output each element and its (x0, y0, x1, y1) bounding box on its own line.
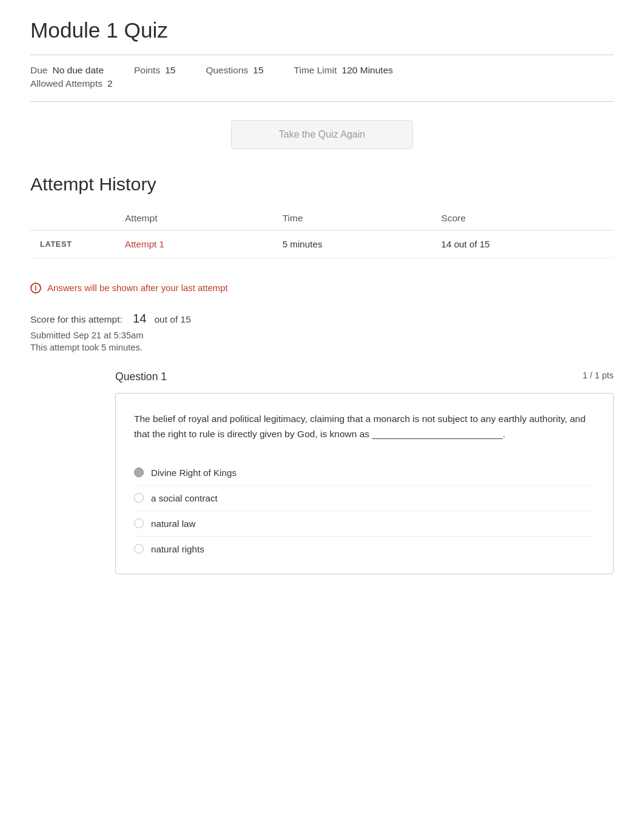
choice-label-4: natural rights (151, 544, 204, 554)
time-limit-label: Time Limit (294, 65, 337, 76)
score-line: Score for this attempt: 14 out of 15 (30, 312, 614, 326)
meta-questions: Questions 15 (206, 65, 263, 76)
score-label: Score for this attempt: (30, 314, 122, 324)
notice-text: Answers will be shown after your last at… (47, 283, 228, 293)
meta-time-limit: Time Limit 120 Minutes (294, 65, 394, 76)
choice-item: Divine Right of Kings (134, 460, 595, 485)
answers-notice: i Answers will be shown after your last … (30, 277, 614, 300)
question-1-container: Question 1 1 / 1 pts The belief of royal… (115, 371, 614, 574)
page-title: Module 1 Quiz (30, 18, 614, 42)
top-divider (30, 55, 614, 55)
attempt-score: 14 out of 15 (432, 230, 614, 258)
attempt-link-cell[interactable]: Attempt 1 (115, 230, 273, 258)
choice-label-1: Divine Right of Kings (151, 468, 236, 478)
col-header-status (30, 207, 115, 230)
col-header-time: Time (273, 207, 432, 230)
question-1-header: Question 1 1 / 1 pts (115, 371, 614, 383)
question-1-title: Question 1 (115, 371, 167, 383)
choice-item: a social contract (134, 485, 595, 511)
meta-row-2: Allowed Attempts 2 (30, 78, 614, 89)
score-section: Score for this attempt: 14 out of 15 (30, 312, 614, 326)
bottom-divider (30, 101, 614, 102)
radio-circle-3 (134, 518, 144, 528)
attempt-history-table: Attempt Time Score LATEST Attempt 1 5 mi… (30, 207, 614, 258)
take-quiz-button[interactable]: Take the Quiz Again (231, 120, 413, 149)
question-1-box: The belief of royal and political legiti… (115, 393, 614, 574)
choice-list: Divine Right of Kings a social contract … (134, 460, 595, 562)
table-row: LATEST Attempt 1 5 minutes 14 out of 15 (30, 230, 614, 258)
due-value: No due date (52, 65, 104, 76)
meta-allowed-attempts: Allowed Attempts 2 (30, 78, 113, 89)
score-number: 14 (133, 312, 146, 325)
submitted-line: Submitted Sep 21 at 5:35am (30, 330, 614, 340)
latest-badge: LATEST (30, 230, 115, 258)
meta-due: Due No due date (30, 65, 104, 76)
attempt-1-link[interactable]: Attempt 1 (125, 239, 164, 249)
col-header-score: Score (432, 207, 614, 230)
radio-circle-1 (134, 468, 144, 477)
choice-label-3: natural law (151, 518, 195, 529)
questions-label: Questions (206, 65, 248, 76)
info-icon: i (30, 283, 41, 293)
due-label: Due (30, 65, 47, 76)
attempt-history-title: Attempt History (30, 173, 614, 195)
duration-line: This attempt took 5 minutes. (30, 343, 614, 352)
points-label: Points (134, 65, 160, 76)
points-value: 15 (165, 65, 175, 76)
choice-item: natural law (134, 511, 595, 536)
score-out-of: out of 15 (154, 314, 190, 324)
meta-row-1: Due No due date Points 15 Questions 15 T… (30, 65, 614, 76)
choice-label-2: a social contract (151, 493, 218, 503)
question-1-text: The belief of royal and political legiti… (134, 412, 595, 442)
meta-points: Points 15 (134, 65, 175, 76)
choice-item: natural rights (134, 536, 595, 562)
questions-value: 15 (253, 65, 263, 76)
allowed-attempts-value: 2 (107, 78, 113, 89)
radio-circle-4 (134, 544, 144, 554)
attempt-time: 5 minutes (273, 230, 432, 258)
time-limit-value: 120 Minutes (342, 65, 394, 76)
col-header-attempt: Attempt (115, 207, 273, 230)
question-1-pts: 1 / 1 pts (583, 371, 614, 380)
allowed-attempts-label: Allowed Attempts (30, 78, 102, 89)
radio-circle-2 (134, 493, 144, 503)
